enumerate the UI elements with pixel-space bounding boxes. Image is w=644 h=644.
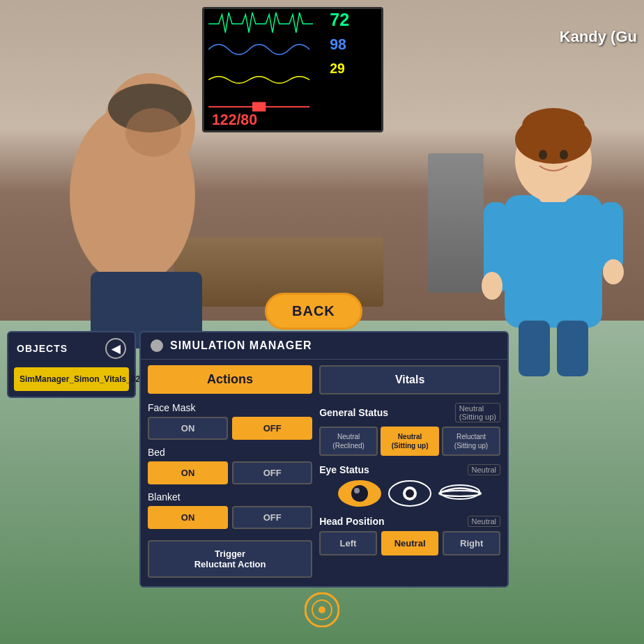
- svg-rect-1: [252, 102, 266, 112]
- bed-on-button[interactable]: ON: [148, 461, 228, 484]
- sim-panel-body: Actions Face Mask ON OFF Bed ON OFF Blan…: [141, 365, 507, 578]
- face-mask-off-button[interactable]: OFF: [232, 417, 312, 440]
- vitals-tab[interactable]: Vitals: [319, 365, 500, 394]
- vitals-column: Vitals General Status Neutral(Sitting up…: [319, 365, 500, 578]
- svg-point-25: [351, 485, 368, 502]
- sim-manager-panel: SIMULATION MANAGER Actions Face Mask ON …: [139, 331, 509, 588]
- blanket-control: Blanket ON OFF: [148, 491, 312, 529]
- bed-label: Bed: [148, 447, 312, 458]
- face-mask-control: Face Mask ON OFF: [148, 402, 312, 440]
- face-mask-label: Face Mask: [148, 402, 312, 413]
- bed-toggle-group: ON OFF: [148, 461, 312, 484]
- svg-text:29: 29: [330, 61, 345, 76]
- svg-point-20: [539, 150, 547, 160]
- bed-off-button[interactable]: OFF: [232, 461, 312, 484]
- blanket-on-button[interactable]: ON: [148, 506, 228, 529]
- gs-reluctant-sitting-button[interactable]: Reluctant(Sitting up): [442, 427, 500, 456]
- eye-status-header: Eye Status Neutral: [319, 464, 500, 475]
- head-position-buttons: Left Neutral Right: [319, 531, 500, 555]
- objects-label: OBJECTS: [17, 343, 68, 354]
- back-button[interactable]: BACK: [265, 293, 362, 330]
- svg-text:98: 98: [330, 36, 346, 53]
- eye-status-value: Neutral: [468, 464, 500, 475]
- face-mask-on-button[interactable]: ON: [148, 417, 228, 440]
- objects-panel-header: OBJECTS ◀: [8, 332, 135, 365]
- general-status-buttons: Neutral(Reclined) Neutral(Sitting up) Re…: [319, 427, 500, 456]
- blanket-off-button[interactable]: OFF: [232, 506, 312, 529]
- svg-rect-23: [557, 321, 588, 376]
- head-position-value: Neutral: [468, 516, 500, 527]
- head-right-button[interactable]: Right: [443, 531, 500, 555]
- general-status-header: General Status Neutral(Sitting up): [319, 403, 500, 422]
- head-position-header: Head Position Neutral: [319, 516, 500, 527]
- head-position-section: Head Position Neutral Left Neutral Right: [319, 516, 500, 555]
- eye-status-icons: [319, 480, 500, 507]
- player-name-label: Kandy (Gu: [560, 28, 637, 46]
- objects-panel: OBJECTS ◀ SimManager_Simon_Vitals_02: [7, 331, 136, 398]
- blanket-toggle-group: ON OFF: [148, 506, 312, 529]
- svg-point-14: [482, 272, 503, 300]
- svg-point-34: [319, 606, 325, 613]
- eye-open-active-icon[interactable]: [337, 480, 382, 507]
- bed-control: Bed ON OFF: [148, 447, 312, 484]
- svg-point-26: [354, 488, 360, 493]
- head-neutral-button[interactable]: Neutral: [381, 531, 439, 555]
- eye-open-icon[interactable]: [388, 480, 432, 507]
- svg-rect-22: [519, 321, 550, 376]
- svg-point-21: [560, 150, 568, 160]
- svg-point-15: [603, 259, 624, 284]
- svg-point-29: [406, 489, 414, 498]
- objects-back-button[interactable]: ◀: [105, 338, 126, 359]
- svg-point-30: [439, 491, 481, 496]
- svg-point-9: [125, 108, 181, 157]
- bottom-sim-icon[interactable]: [305, 592, 339, 627]
- head-position-label: Head Position: [319, 516, 384, 527]
- actions-column: Actions Face Mask ON OFF Bed ON OFF Blan…: [148, 365, 312, 578]
- gs-neutral-sitting-button[interactable]: Neutral(Sitting up): [381, 427, 439, 456]
- svg-rect-11: [505, 195, 602, 328]
- vital-monitor: 72 98 29 122/80: [202, 7, 397, 146]
- trigger-reluctant-button[interactable]: TriggerReluctant Action: [148, 540, 312, 578]
- head-left-button[interactable]: Left: [319, 531, 377, 555]
- eye-status-label: Eye Status: [319, 464, 369, 475]
- blanket-label: Blanket: [148, 491, 312, 503]
- bottom-icon-container: [305, 592, 339, 630]
- general-status-value: Neutral(Sitting up): [455, 403, 500, 422]
- svg-point-19: [522, 108, 585, 143]
- back-button-container: BACK: [265, 293, 362, 330]
- medical-equipment: [428, 153, 484, 293]
- objects-item[interactable]: SimManager_Simon_Vitals_02: [14, 367, 129, 391]
- eye-closed-icon[interactable]: [438, 480, 482, 507]
- general-status-section: General Status Neutral(Sitting up) Neutr…: [319, 403, 500, 456]
- face-mask-toggle-group: ON OFF: [148, 417, 312, 440]
- general-status-label: General Status: [319, 407, 388, 418]
- sim-panel-title: SIMULATION MANAGER: [170, 339, 312, 352]
- sim-panel-header: SIMULATION MANAGER: [141, 332, 507, 360]
- actions-tab[interactable]: Actions: [148, 365, 312, 394]
- sim-panel-icon: [151, 339, 163, 352]
- svg-text:72: 72: [330, 10, 349, 29]
- patient-figure: [35, 70, 230, 348]
- eye-status-section: Eye Status Neutral: [319, 464, 500, 507]
- gs-neutral-reclined-button[interactable]: Neutral(Reclined): [319, 427, 378, 456]
